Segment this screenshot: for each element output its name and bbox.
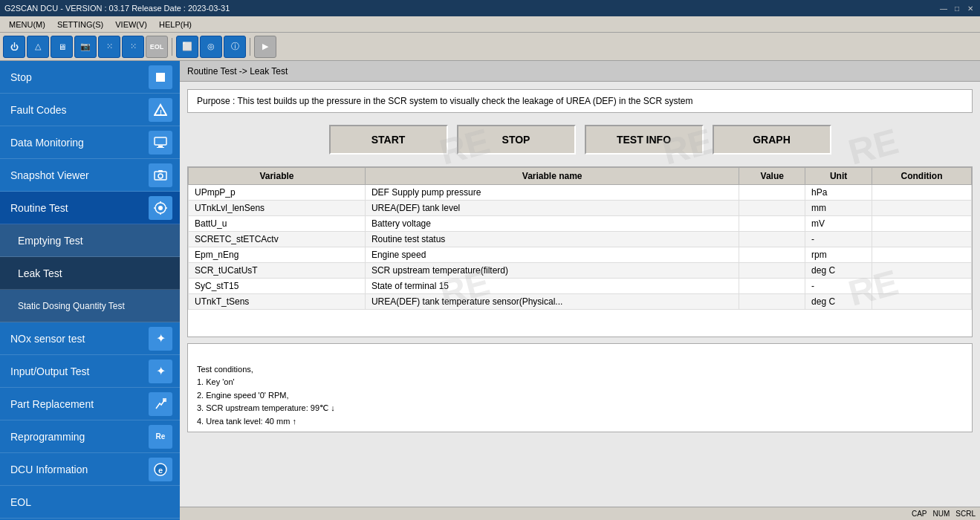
table-cell-value (739, 279, 805, 294)
table-cell-variable: UPmpP_p (189, 185, 366, 201)
sidebar-item-part-replacement-label: Part Replacement (10, 398, 94, 410)
toolbar-btn-dots2[interactable]: ⁙ (122, 36, 144, 58)
sidebar-item-reprogramming-label: Reprogramming (10, 431, 85, 443)
toolbar-btn-camera[interactable]: 📷 (74, 36, 97, 58)
menu-item-view[interactable]: VIEW(V) (109, 19, 153, 30)
table-cell-value (739, 263, 805, 279)
sidebar-item-dcu-info[interactable]: DCU Information e (0, 453, 180, 486)
table-row: UPmpP_pDEF Supply pump pressurehPa (189, 185, 972, 201)
svg-text:!: ! (160, 108, 162, 116)
sidebar-item-emptying-test[interactable]: Emptying Test (0, 224, 180, 257)
sidebar-item-stop[interactable]: Stop (0, 61, 180, 94)
content-inner: RE RE RE RE RE Purpose : This test build… (180, 82, 980, 507)
col-unit: Unit (805, 168, 872, 185)
table-row: SCRETC_stETCActvRoutine test status- (189, 232, 972, 247)
table-cell-condition (872, 279, 972, 294)
toolbar-btn-screen[interactable]: ⬜ (176, 36, 198, 58)
status-cap: CAP (912, 510, 927, 518)
toolbar-btn-alert[interactable]: △ (27, 36, 49, 58)
sidebar-item-emptying-test-label: Emptying Test (18, 235, 83, 247)
table-cell-name: Engine speed (365, 247, 739, 263)
sidebar-item-input-output-label: Input/Output Test (10, 365, 89, 377)
main-layout: Stop Fault Codes ! Data Monitoring Snaps… (0, 61, 980, 520)
test-info-button[interactable]: TEST INFO (585, 125, 704, 155)
data-table: Variable Variable name Value Unit Condit… (188, 167, 972, 310)
sidebar-item-nox-sensor[interactable]: NOx sensor test ✦ (0, 322, 180, 355)
menu-item-menu[interactable]: MENU(M) (3, 19, 51, 30)
svg-rect-8 (158, 170, 163, 172)
col-variable: Variable (189, 168, 366, 185)
sidebar-item-static-dosing[interactable]: Static Dosing Quantity Test (0, 290, 180, 322)
minimize-btn[interactable]: — (938, 3, 949, 13)
menu-item-help[interactable]: HELP(H) (153, 19, 198, 30)
table-cell-name: Battery voltage (365, 216, 739, 232)
toolbar-btn-eol[interactable]: EOL (146, 36, 168, 58)
table-cell-condition (872, 201, 972, 216)
table-cell-condition (872, 185, 972, 201)
close-btn[interactable]: ✕ (965, 3, 976, 13)
maximize-btn[interactable]: □ (952, 3, 962, 13)
data-monitoring-icon (149, 131, 172, 155)
svg-rect-15 (163, 398, 166, 402)
table-cell-unit: rpm (805, 247, 872, 263)
title-bar-controls[interactable]: — □ ✕ (938, 3, 976, 13)
toolbar-separator (172, 38, 172, 56)
fault-codes-icon: ! (149, 98, 172, 122)
sidebar-item-routine-test[interactable]: Routine Test (0, 192, 180, 224)
sidebar-item-data-monitoring-label: Data Monitoring (10, 137, 84, 149)
sidebar-item-leak-test-label: Leak Test (18, 267, 62, 279)
table-cell-value (739, 201, 805, 216)
table-cell-variable: SCR_tUCatUsT (189, 263, 366, 279)
start-button[interactable]: START (329, 125, 448, 155)
sidebar-item-leak-test[interactable]: Leak Test (0, 257, 180, 290)
svg-text:e: e (158, 466, 163, 475)
table-cell-condition (872, 216, 972, 232)
stop-button[interactable]: STOP (457, 125, 576, 155)
sidebar-item-input-output[interactable]: Input/Output Test ✦ (0, 355, 180, 388)
table-cell-value (739, 185, 805, 201)
toolbar-btn-info[interactable]: ⓘ (224, 36, 246, 58)
toolbar-btn-power[interactable]: ⏻ (3, 36, 25, 58)
table-cell-name: SCR upstream temperature(filterd) (365, 263, 739, 279)
sidebar-item-eol-label: EOL (10, 496, 31, 508)
table-cell-condition (872, 263, 972, 279)
sidebar-item-eol[interactable]: EOL (0, 486, 180, 519)
sidebar-item-snapshot[interactable]: Snapshot Viewer (0, 159, 180, 192)
status-bar: CAP NUM SCRL (180, 507, 980, 520)
menu-bar: MENU(M) SETTING(S) VIEW(V) HELP(H) (0, 16, 980, 33)
toolbar-btn-circle[interactable]: ◎ (200, 36, 222, 58)
table-cell-unit: deg C (805, 263, 872, 279)
table-cell-variable: Epm_nEng (189, 247, 366, 263)
data-table-container: Variable Variable name Value Unit Condit… (187, 166, 973, 337)
table-cell-name: State of terminal 15 (365, 279, 739, 294)
sidebar-item-fault-codes-label: Fault Codes (10, 104, 66, 116)
sidebar: Stop Fault Codes ! Data Monitoring Snaps… (0, 61, 180, 520)
sidebar-item-reprogramming[interactable]: Reprogramming Re (0, 420, 180, 453)
toolbar-btn-dots1[interactable]: ⁙ (98, 36, 120, 58)
table-cell-value (739, 247, 805, 263)
graph-button[interactable]: GRAPH (713, 125, 831, 155)
table-cell-name: UREA(DEF) tank temperature sensor(Physic… (365, 294, 739, 310)
table-cell-value (739, 294, 805, 310)
sidebar-item-fault-codes[interactable]: Fault Codes ! (0, 94, 180, 126)
title-bar: G2SCAN DCU - VERSION : 03.17 Release Dat… (0, 0, 980, 16)
table-cell-variable: UTnkT_tSens (189, 294, 366, 310)
sidebar-item-data-monitoring[interactable]: Data Monitoring (0, 126, 180, 159)
conditions-box: Test conditions, 1. Key 'on' 2. Engine s… (187, 343, 973, 432)
toolbar-btn-extra[interactable]: ▶ (254, 36, 276, 58)
table-cell-unit: mm (805, 201, 872, 216)
table-body: UPmpP_pDEF Supply pump pressurehPaUTnkLv… (189, 185, 972, 310)
toolbar: ⏻ △ 🖥 📷 ⁙ ⁙ EOL ⬜ ◎ ⓘ ▶ (0, 33, 980, 61)
input-output-icon: ✦ (149, 360, 172, 383)
toolbar-btn-monitor[interactable]: 🖥 (51, 36, 73, 58)
table-cell-condition (872, 294, 972, 310)
sidebar-item-part-replacement[interactable]: Part Replacement (0, 388, 180, 420)
menu-item-setting[interactable]: SETTING(S) (51, 19, 109, 30)
part-replacement-icon (149, 392, 172, 416)
stop-icon (149, 65, 172, 89)
table-cell-unit: deg C (805, 294, 872, 310)
table-cell-unit: hPa (805, 185, 872, 201)
toolbar-separator2 (250, 38, 250, 56)
sidebar-item-snapshot-label: Snapshot Viewer (10, 169, 89, 181)
routine-test-icon (149, 196, 172, 220)
